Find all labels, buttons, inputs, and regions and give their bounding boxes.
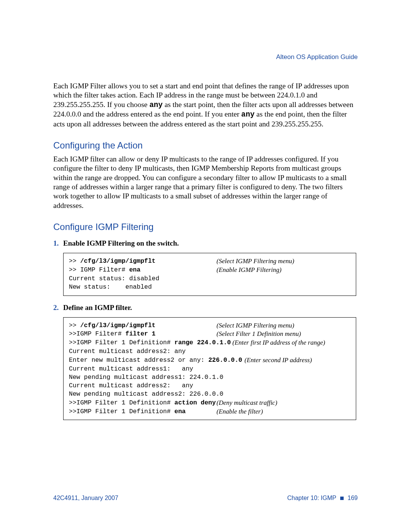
code2-row8: Current multicast address2: any <box>69 382 350 390</box>
code1-r2-note: (Enable IGMP Filtering) <box>213 266 282 275</box>
code2-row1: >> /cfg/l3/igmp/igmpflt (Select IGMP Fil… <box>69 321 350 330</box>
code2-r10-note: (Deny multicast traffic) <box>213 399 277 407</box>
code2-r5-pre: Enter new multicast address2 or any: <box>69 356 208 364</box>
code1-row1: >> /cfg/l3/igmp/igmpflt (Select IGMP Fil… <box>69 257 350 266</box>
code2-r1-note: (Select IGMP Filtering menu) <box>213 321 294 330</box>
code2-r3-pre: >>IGMP Filter 1 Definition# <box>69 339 174 346</box>
footer-right: Chapter 10: IGMP 169 <box>287 495 358 502</box>
step-1: 1. Enable IGMP Filtering on the switch. <box>53 239 358 248</box>
code1-r1-cmd: /cfg/l3/igmp/igmpflt <box>80 257 156 265</box>
intro-any-1: any <box>149 101 162 109</box>
code2-r10-pre: >>IGMP Filter 1 Definition# <box>69 399 174 406</box>
code2-row6: Current multicast address1: any <box>69 365 350 373</box>
code2-r1-cmd: /cfg/l3/igmp/igmpflt <box>80 322 156 329</box>
code2-r3-cmd: range 224.0.1.0 <box>174 339 231 346</box>
page-body: Alteon OS Application Guide Each IGMP Fi… <box>0 0 411 420</box>
code1-r1-pre: >> <box>69 257 80 265</box>
running-header: Alteon OS Application Guide <box>53 53 358 61</box>
code1-r2-pre: >> IGMP Filter# <box>69 266 129 273</box>
square-bullet-icon <box>340 497 344 500</box>
footer-chapter: Chapter 10: IGMP <box>287 495 336 501</box>
step-1-text: Enable IGMP Filtering on the switch. <box>63 239 179 248</box>
code2-r5-note: (Enter second IP address) <box>242 356 312 365</box>
code2-row10: >>IGMP Filter 1 Definition# action deny … <box>69 399 350 407</box>
page-footer: 42C4911, January 2007 Chapter 10: IGMP 1… <box>53 495 358 502</box>
code2-r5-cmd: 226.0.0.0 <box>208 356 242 364</box>
code1-row2: >> IGMP Filter# ena (Enable IGMP Filteri… <box>69 266 350 275</box>
step-1-number: 1. <box>53 239 63 248</box>
step-2-text: Define an IGMP filter. <box>63 304 132 312</box>
code1-row3: Current status: disabled <box>69 275 350 283</box>
code2-row7: New pending multicast address1: 224.0.1.… <box>69 373 350 382</box>
footer-page-number: 169 <box>347 495 358 501</box>
code2-r3-note: (Enter first IP address of the range) <box>231 339 325 347</box>
footer-left: 42C4911, January 2007 <box>53 495 118 502</box>
code2-r10-cmd: action deny <box>174 399 216 406</box>
section-heading-configure: Configure IGMP Filtering <box>53 222 358 232</box>
code2-r2-note: (Select Filter 1 Definition menu) <box>213 330 301 339</box>
section-action-body: Each IGMP filter can allow or deny IP mu… <box>53 155 358 210</box>
code1-r2-cmd: ena <box>129 266 140 273</box>
code2-row3: >>IGMP Filter 1 Definition# range 224.0.… <box>69 339 350 347</box>
code2-r11-cmd: ena <box>174 408 186 415</box>
code2-r2-pre: >>IGMP Filter# <box>69 330 126 337</box>
step-2-number: 2. <box>53 304 63 312</box>
code2-row9: New pending multicast address2: 226.0.0.… <box>69 390 350 398</box>
code2-r11-note: (Enable the filter) <box>213 407 263 416</box>
code2-r11-pre: >>IGMP Filter 1 Definition# <box>69 408 174 415</box>
code1-r1-note: (Select IGMP Filtering menu) <box>213 257 294 266</box>
code-block-2: >> /cfg/l3/igmp/igmpflt (Select IGMP Fil… <box>63 317 356 420</box>
code2-row2: >>IGMP Filter# filter 1 (Select Filter 1… <box>69 330 350 339</box>
intro-any-2: any <box>241 110 255 119</box>
code2-r2-cmd: filter 1 <box>126 330 156 337</box>
code1-row4: New status: enabled <box>69 283 350 291</box>
code2-r1-pre: >> <box>69 322 80 329</box>
section-heading-action: Configuring the Action <box>53 140 358 151</box>
code-block-1: >> /cfg/l3/igmp/igmpflt (Select IGMP Fil… <box>63 253 356 296</box>
code2-row5: Enter new multicast address2 or any: 226… <box>69 356 350 365</box>
code2-row11: >>IGMP Filter 1 Definition# ena (Enable … <box>69 407 350 416</box>
intro-paragraph: Each IGMP Filter allows you to set a sta… <box>53 81 358 129</box>
step-2: 2. Define an IGMP filter. <box>53 304 358 312</box>
code2-row4: Current multicast address2: any <box>69 347 350 356</box>
